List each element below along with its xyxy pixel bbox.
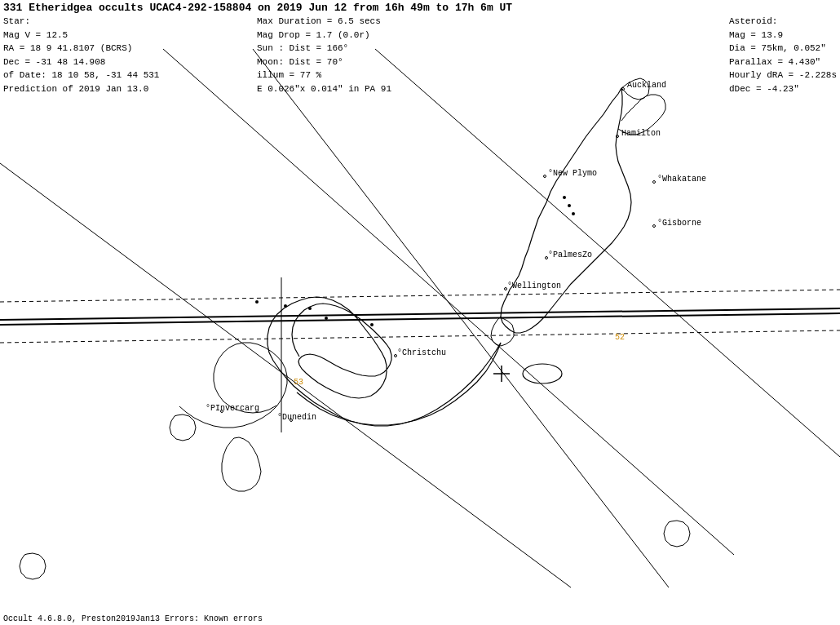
svg-point-16 xyxy=(284,304,287,308)
info-block-right: Asteroid: Mag = 13.9 Dia = 75km, 0.052" … xyxy=(729,15,837,95)
city-label-dunedin: °Dunedin xyxy=(277,413,316,422)
title-bar: 331 Etheridgea occults UCAC4-292-158804 … xyxy=(0,2,840,14)
prediction: Prediction of 2019 Jan 13.0 xyxy=(3,82,159,96)
svg-line-4 xyxy=(253,49,669,587)
svg-line-7 xyxy=(163,49,734,555)
asteroid-label: Asteroid: xyxy=(729,15,837,29)
max-duration: Max Duration = 6.5 secs xyxy=(257,15,391,29)
city-label-invercarg: °PInvercarg xyxy=(206,404,259,413)
main-container: 331 Etheridgea occults UCAC4-292-158804 … xyxy=(0,0,840,625)
svg-line-0 xyxy=(0,290,840,302)
ddec: dDec = -4.23" xyxy=(729,82,837,96)
moon-dist: Moon: Dist = 70° xyxy=(257,55,391,69)
city-label-christchurch: °Christchu xyxy=(397,348,446,357)
city-dot-hamilton xyxy=(616,135,619,138)
city-label-newplymo: °New Plymo xyxy=(548,169,597,178)
svg-line-6 xyxy=(0,163,571,587)
city-dot-gisborne xyxy=(652,224,656,228)
mag-v: Mag V = 12.5 xyxy=(3,29,159,42)
svg-point-13 xyxy=(568,204,571,207)
dec: Dec = -31 48 14.908 xyxy=(3,55,159,69)
city-label-whakatane: °Whakatane xyxy=(657,175,706,184)
svg-line-1 xyxy=(0,330,840,343)
asteroid-dia: Dia = 75km, 0.052" xyxy=(729,42,837,55)
title-text: 331 Etheridgea occults UCAC4-292-158804 … xyxy=(3,2,512,14)
city-dot-whakatane xyxy=(652,180,656,184)
svg-point-14 xyxy=(572,212,575,215)
asteroid-mag: Mag = 13.9 xyxy=(729,29,837,42)
number-52: 52 xyxy=(615,333,625,342)
city-label-wellington: °Wellington xyxy=(507,281,561,290)
svg-point-15 xyxy=(255,300,259,304)
city-label-gisborne: °Gisborne xyxy=(657,219,701,228)
city-dot-auckland xyxy=(621,87,625,91)
city-dot-newplymo xyxy=(543,175,546,178)
mag-drop: Mag Drop = 1.7 (0.0r) xyxy=(257,29,391,42)
svg-point-18 xyxy=(325,317,328,320)
info-block-left: Star: Mag V = 12.5 RA = 18 9 41.8107 (BC… xyxy=(3,15,159,95)
svg-point-17 xyxy=(308,307,312,310)
svg-line-3 xyxy=(0,313,840,325)
svg-point-12 xyxy=(563,196,566,199)
sun-dist: Sun : Dist = 166° xyxy=(257,42,391,55)
ra: RA = 18 9 41.8107 (BCRS) xyxy=(3,42,159,55)
hourly-dra: Hourly dRA = -2.228s xyxy=(729,69,837,82)
svg-line-5 xyxy=(375,49,840,457)
info-block-middle: Max Duration = 6.5 secs Mag Drop = 1.7 (… xyxy=(257,15,391,95)
footer: Occult 4.6.8.0, Preston2019Jan13 Errors:… xyxy=(3,614,263,623)
star-label: Star: xyxy=(3,15,159,29)
error-ellipse: E 0.026"x 0.014" in PA 91 xyxy=(257,82,391,96)
illum: illum = 77 % xyxy=(257,69,391,82)
city-label-auckland: Auckland xyxy=(627,81,666,90)
svg-point-11 xyxy=(523,364,562,383)
svg-point-19 xyxy=(370,323,374,326)
asteroid-parallax: Parallax = 4.430" xyxy=(729,55,837,69)
city-label-hamilton: Hamilton xyxy=(621,129,661,138)
city-label-palmerston: °PalmesZo xyxy=(548,250,592,259)
svg-line-2 xyxy=(0,308,840,320)
number-53: 53 xyxy=(294,378,303,387)
footer-text: Occult 4.6.8.0, Preston2019Jan13 Errors:… xyxy=(3,614,263,623)
of-date: of Date: 18 10 58, -31 44 531 xyxy=(3,69,159,82)
